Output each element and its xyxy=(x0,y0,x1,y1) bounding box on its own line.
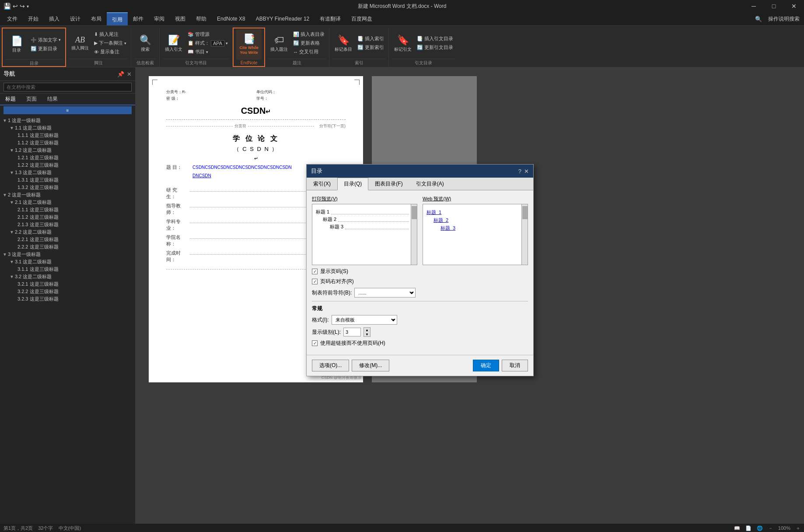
options-button[interactable]: 选项(O)... xyxy=(312,360,349,371)
mark-citation-button[interactable]: 🔖 标记引文 xyxy=(392,28,414,58)
insert-caption-button[interactable]: 🏷 插入题注 xyxy=(268,28,290,58)
dialog-tab-figure[interactable]: 图表目录(F) xyxy=(368,178,409,190)
tab-review[interactable]: 审阅 xyxy=(149,12,170,25)
right-align-checkbox[interactable]: ✓ xyxy=(312,279,318,284)
undo-icon[interactable]: ↩ xyxy=(13,3,18,10)
insert-index-button[interactable]: 📑 插入索引 xyxy=(356,35,386,43)
web-link-3[interactable]: 标题_3 xyxy=(426,225,524,231)
tree-item-1-3[interactable]: ▼ 1.3 这是二级标题 xyxy=(0,169,135,176)
tree-item-2-1-2[interactable]: 2.1.2 这是三级标题 xyxy=(0,214,135,221)
tree-item-2-2[interactable]: ▼ 2.2 这是二级标题 xyxy=(0,228,135,236)
next-footnote-button[interactable]: ▶ 下一条脚注 ▾ xyxy=(92,39,128,47)
nav-pin-icon[interactable]: 📌 xyxy=(117,71,124,77)
cancel-button[interactable]: 取消 xyxy=(502,360,528,371)
help-ribbon-label[interactable]: 操作说明搜索 xyxy=(766,15,802,23)
tree-item-3-2-1[interactable]: 3.2.1 这是三级标题 xyxy=(0,280,135,288)
tree-item-1-2-2[interactable]: 1.2.2 这是三级标题 xyxy=(0,161,135,169)
mark-item-button[interactable]: 🔖 标记条目 xyxy=(332,28,355,58)
update-index-button[interactable]: 🔄 更新索引 xyxy=(356,43,386,52)
tab-endnote[interactable]: EndNote X8 xyxy=(212,12,251,25)
update-citation-index-button[interactable]: 🔄 更新引文目录 xyxy=(415,43,455,52)
tab-leader-select[interactable]: ...... xyxy=(354,288,416,298)
nav-tab-results[interactable]: 结果 xyxy=(42,94,63,105)
tree-item-3-2-3[interactable]: 3.2.3 这是三级标题 xyxy=(0,295,135,303)
dialog-close-icon[interactable]: ✕ xyxy=(524,168,529,175)
update-table-button[interactable]: 🔄 更新表格 xyxy=(291,39,326,47)
view-web-icon[interactable]: 🌐 xyxy=(757,525,763,531)
tree-item-3-2-2[interactable]: 3.2.2 这是三级标题 xyxy=(0,288,135,295)
tree-item-1[interactable]: ▼ 1 这是一级标题 xyxy=(0,117,135,124)
tree-item-1-1-1[interactable]: 1.1.1 这是三级标题 xyxy=(0,132,135,139)
tree-item-2-1-1[interactable]: 2.1.1 这是三级标题 xyxy=(0,206,135,214)
maximize-button[interactable]: □ xyxy=(764,0,784,12)
view-print-icon[interactable]: 📄 xyxy=(745,525,752,531)
web-link-1[interactable]: 标题_1 xyxy=(426,209,524,216)
level-down-button[interactable]: ▼ xyxy=(364,332,370,336)
minimize-button[interactable]: ─ xyxy=(744,0,764,12)
tab-file[interactable]: 文件 xyxy=(2,12,23,25)
nav-close-icon[interactable]: ✕ xyxy=(127,71,132,77)
close-button[interactable]: ✕ xyxy=(784,0,804,12)
tree-item-3-2[interactable]: ▼ 3.2 这是二级标题 xyxy=(0,273,135,280)
dialog-tab-citation[interactable]: 引文目录(A) xyxy=(409,178,451,190)
tab-youdao[interactable]: 有道翻译 xyxy=(315,12,346,25)
tree-item-2-2-1[interactable]: 2.2.1 这是三级标题 xyxy=(0,236,135,243)
toc-button[interactable]: 📄 目录 xyxy=(5,29,28,59)
tab-home[interactable]: 开始 xyxy=(23,12,44,25)
tree-item-3[interactable]: ▼ 3 这是一级标题 xyxy=(0,251,135,258)
tab-baidu[interactable]: 百度网盘 xyxy=(346,12,378,25)
tree-item-1-2-1[interactable]: 1.2.1 这是三级标题 xyxy=(0,154,135,161)
insert-citation-button[interactable]: 📝 插入引文 xyxy=(162,28,185,58)
modify-button[interactable]: 修改(M)... xyxy=(352,360,389,371)
style-dropdown-button[interactable]: 📋 样式： APA ▾ xyxy=(186,39,230,47)
level-up-button[interactable]: ▲ xyxy=(364,328,370,332)
format-select[interactable]: 来自模板 xyxy=(332,315,397,325)
web-preview-scrollbar[interactable] xyxy=(521,204,528,265)
web-link-2[interactable]: 标题_2 xyxy=(426,217,524,224)
cite-while-you-write-button[interactable]: 📑 Cite WhileYou Write xyxy=(236,29,262,59)
zoom-out-icon[interactable]: － xyxy=(768,525,773,532)
tree-item-2[interactable]: ▼ 2 这是一级标题 xyxy=(0,191,135,199)
nav-tab-pages[interactable]: 页面 xyxy=(21,94,42,105)
dialog-help-icon[interactable]: ? xyxy=(518,168,521,175)
tab-abbyy[interactable]: ABBYY FineReader 12 xyxy=(251,12,315,25)
tab-insert[interactable]: 插入 xyxy=(44,12,65,25)
insert-citation-index-button[interactable]: 📑 插入引文目录 xyxy=(415,35,455,43)
hyperlinks-checkbox[interactable]: ✓ xyxy=(312,340,318,346)
print-preview-scrollbar[interactable] xyxy=(411,204,417,265)
show-notes-button[interactable]: 👁 显示备注 xyxy=(92,48,128,56)
bibliography-button[interactable]: 📖 书目 ▾ xyxy=(186,48,230,56)
nav-tab-headings[interactable]: 标题 xyxy=(0,94,21,105)
tree-item-1-2[interactable]: ▼ 1.2 这是二级标题 xyxy=(0,147,135,154)
tree-item-1-3-1[interactable]: 1.3.1 这是三级标题 xyxy=(0,176,135,184)
tab-design[interactable]: 设计 xyxy=(65,12,86,25)
view-read-icon[interactable]: 📖 xyxy=(734,525,740,531)
tree-item-3-1-1[interactable]: 3.1.1 这是三级标题 xyxy=(0,266,135,273)
search-button[interactable]: 🔍 搜索 xyxy=(134,28,157,58)
search-ribbon-icon[interactable]: 🔍 xyxy=(752,16,766,22)
add-text-button[interactable]: ➕ 添加文字 ▾ xyxy=(29,36,63,44)
customize-icon[interactable]: ▾ xyxy=(27,4,29,9)
redo-icon[interactable]: ↪ xyxy=(20,3,25,10)
dialog-tab-toc[interactable]: 目录(Q) xyxy=(337,178,368,190)
nav-search-input[interactable] xyxy=(3,83,132,91)
tree-item-2-1[interactable]: ▼ 2.1 这是二级标题 xyxy=(0,199,135,206)
insert-footnote-button[interactable]: AB 插入脚注 xyxy=(69,28,91,58)
dialog-tab-index[interactable]: 索引(X) xyxy=(307,178,337,190)
tab-references[interactable]: 引用 xyxy=(107,12,128,25)
insert-endnote-button[interactable]: ⬇ 插入尾注 xyxy=(92,30,128,38)
tree-item-2-2-2[interactable]: 2.2.2 这是三级标题 xyxy=(0,243,135,251)
tree-item-1-3-2[interactable]: 1.3.2 这是三级标题 xyxy=(0,184,135,191)
ok-button[interactable]: 确定 xyxy=(473,360,499,371)
manage-sources-button[interactable]: 📚 管理源 xyxy=(186,30,230,38)
update-toc-button[interactable]: 🔄 更新目录 xyxy=(29,45,63,53)
tree-item-1-1-2[interactable]: 1.1.2 这是三级标题 xyxy=(0,139,135,147)
insert-table-index-button[interactable]: 📊 插入表目录 xyxy=(291,30,326,38)
tree-item-3-1[interactable]: ▼ 3.1 这是二级标题 xyxy=(0,258,135,266)
tree-item-1-1[interactable]: ▼ 1.1 这是二级标题 xyxy=(0,124,135,132)
zoom-in-icon[interactable]: ＋ xyxy=(796,525,801,532)
tab-help[interactable]: 帮助 xyxy=(191,12,212,25)
tab-view[interactable]: 视图 xyxy=(170,12,191,25)
tree-item-2-1-3[interactable]: 2.1.3 这是三级标题 xyxy=(0,221,135,228)
show-page-numbers-checkbox[interactable]: ✓ xyxy=(312,269,318,274)
